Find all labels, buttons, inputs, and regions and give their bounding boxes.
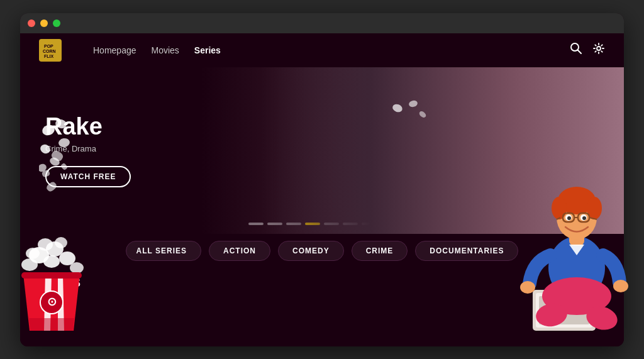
svg-text:FLIX: FLIX	[44, 54, 53, 58]
popcorn-decoration: ⊙	[8, 227, 96, 334]
svg-point-29	[26, 248, 40, 259]
svg-point-28	[55, 237, 67, 248]
svg-point-50	[552, 197, 567, 219]
svg-line-5	[578, 50, 582, 54]
tab-action[interactable]: ACTION	[209, 241, 270, 261]
svg-point-26	[38, 238, 53, 251]
navigation: POP CORN FLIX Homepage Movies Series	[20, 33, 624, 67]
nav-homepage[interactable]: Homepage	[93, 45, 136, 55]
svg-point-20	[408, 99, 418, 108]
nav-links: Homepage Movies Series	[93, 45, 551, 55]
tab-crime[interactable]: CRIME	[352, 241, 408, 261]
svg-point-39	[39, 162, 48, 173]
svg-point-62	[613, 280, 628, 292]
svg-point-25	[21, 258, 38, 271]
minimize-button[interactable]	[40, 19, 48, 27]
close-button[interactable]	[28, 19, 35, 27]
svg-point-21	[418, 110, 427, 119]
search-icon[interactable]	[570, 42, 582, 58]
logo-icon: POP CORN FLIX	[39, 39, 62, 62]
svg-point-30	[43, 255, 60, 268]
svg-point-59	[567, 216, 571, 220]
svg-point-60	[582, 216, 586, 220]
svg-point-37	[58, 137, 70, 148]
maximize-button[interactable]	[53, 19, 60, 27]
tab-documentaries[interactable]: DOCUMENTARIES	[415, 241, 518, 261]
svg-point-38	[48, 156, 61, 167]
logo[interactable]: POP CORN FLIX	[39, 39, 62, 62]
svg-point-27	[70, 262, 84, 273]
svg-point-6	[597, 47, 601, 50]
svg-text:POP: POP	[44, 44, 53, 48]
popcorn-floats	[39, 118, 77, 183]
svg-point-19	[391, 102, 403, 113]
svg-point-35	[54, 118, 67, 129]
tab-all-series[interactable]: ALL SERIES	[126, 241, 201, 261]
svg-point-61	[520, 281, 535, 294]
settings-icon[interactable]	[592, 42, 605, 58]
svg-text:⊙: ⊙	[47, 295, 57, 308]
svg-point-34	[41, 123, 56, 137]
character-decoration	[514, 152, 640, 340]
title-bar	[20, 13, 624, 33]
svg-point-36	[39, 142, 52, 155]
nav-series[interactable]: Series	[194, 45, 221, 55]
tab-comedy[interactable]: COMEDY	[278, 241, 344, 261]
nav-icons	[570, 42, 605, 58]
svg-rect-31	[21, 272, 82, 279]
svg-text:CORN: CORN	[43, 49, 56, 53]
nav-movies[interactable]: Movies	[152, 45, 179, 55]
